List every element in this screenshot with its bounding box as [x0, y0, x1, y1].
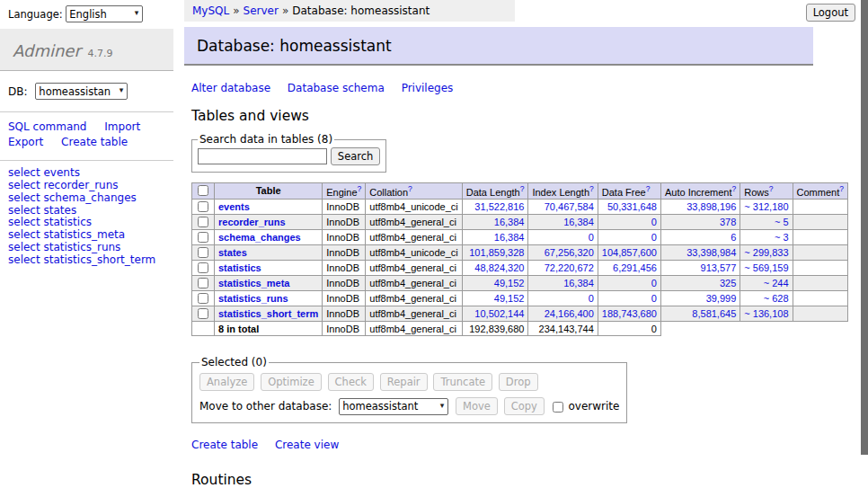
rows-link[interactable]: ~ 299,833: [744, 247, 788, 258]
select-link[interactable]: select: [8, 166, 40, 179]
data-length-link[interactable]: 10,502,144: [474, 308, 524, 319]
help-link[interactable]: ?: [732, 184, 737, 193]
index-length-link[interactable]: 72,220,672: [545, 262, 594, 273]
table-link[interactable]: events: [218, 201, 250, 212]
rows-link[interactable]: ~ 628: [764, 293, 789, 304]
logout-button[interactable]: Logout: [806, 4, 855, 22]
overwrite-checkbox[interactable]: [553, 402, 563, 413]
row-checkbox[interactable]: [198, 232, 208, 243]
rows-link[interactable]: ~ 3: [775, 232, 789, 243]
row-checkbox[interactable]: [198, 247, 208, 258]
auto-increment-link[interactable]: 6: [731, 232, 736, 243]
optimize-button[interactable]: Optimize: [261, 373, 322, 391]
table-structure-link[interactable]: schema_changes: [43, 191, 136, 204]
privileges-link[interactable]: Privileges: [402, 82, 454, 94]
move-database-select[interactable]: homeassistant: [339, 398, 448, 415]
truncate-button[interactable]: Truncate: [433, 373, 492, 391]
database-schema-link[interactable]: Database schema: [288, 82, 385, 94]
overwrite-label[interactable]: overwrite: [568, 400, 619, 413]
auto-increment-link[interactable]: 913,577: [701, 262, 737, 273]
data-length-link[interactable]: 16,384: [494, 232, 525, 243]
select-link[interactable]: select: [8, 179, 40, 191]
search-button[interactable]: Search: [331, 147, 381, 165]
rows-link[interactable]: ~ 136,108: [744, 308, 788, 319]
auto-increment-link[interactable]: 8,581,645: [692, 308, 736, 319]
help-link[interactable]: ?: [769, 184, 774, 193]
row-checkbox[interactable]: [198, 308, 208, 319]
help-link[interactable]: ?: [589, 184, 594, 193]
breadcrumb-link-server[interactable]: Server: [244, 4, 279, 17]
index-length-link[interactable]: 24,166,400: [545, 308, 594, 319]
auto-increment-link[interactable]: 325: [720, 278, 736, 288]
data-free-link[interactable]: 0: [651, 293, 657, 304]
table-link[interactable]: statistics_runs: [218, 293, 288, 304]
table-link[interactable]: states: [218, 247, 247, 258]
move-button[interactable]: Move: [456, 397, 498, 415]
create-table-link[interactable]: Create table: [191, 439, 258, 451]
row-checkbox[interactable]: [198, 293, 208, 304]
table-structure-link[interactable]: statistics: [43, 216, 92, 228]
sidebar-link-import[interactable]: Import: [104, 120, 140, 133]
data-length-link[interactable]: 101,859,328: [469, 247, 524, 258]
table-structure-link[interactable]: statistics_short_term: [43, 253, 155, 266]
rows-link[interactable]: ~ 244: [764, 278, 789, 288]
drop-button[interactable]: Drop: [499, 373, 538, 391]
copy-button[interactable]: Copy: [504, 397, 545, 415]
row-checkbox[interactable]: [198, 217, 208, 227]
data-length-link[interactable]: 16,384: [494, 217, 525, 227]
select-link[interactable]: select: [8, 228, 40, 241]
table-structure-link[interactable]: recorder_runs: [43, 179, 118, 191]
select-link[interactable]: select: [8, 204, 40, 217]
help-link[interactable]: ?: [520, 184, 525, 193]
select-all-checkbox[interactable]: [198, 185, 208, 196]
data-length-link[interactable]: 49,152: [494, 278, 525, 288]
analyze-button[interactable]: Analyze: [199, 373, 254, 391]
table-link[interactable]: statistics_meta: [218, 278, 290, 288]
rows-link[interactable]: ~ 569,159: [744, 262, 788, 273]
db-select[interactable]: homeassistant: [35, 83, 128, 100]
sidebar-link-sql-command[interactable]: SQL command: [8, 120, 86, 133]
auto-increment-link[interactable]: 33,898,196: [686, 201, 736, 212]
index-length-link[interactable]: 0: [589, 293, 594, 304]
help-link[interactable]: ?: [646, 184, 651, 193]
auto-increment-link[interactable]: 39,999: [706, 293, 737, 304]
search-input[interactable]: [198, 148, 327, 164]
select-link[interactable]: select: [8, 191, 40, 204]
auto-increment-link[interactable]: 33,398,984: [686, 247, 736, 258]
index-length-link[interactable]: 70,467,584: [545, 201, 594, 212]
vertical-scrollbar[interactable]: [861, 0, 868, 455]
data-free-link[interactable]: 0: [651, 278, 657, 288]
data-length-link[interactable]: 48,824,320: [474, 262, 524, 273]
data-free-link[interactable]: 188,743,680: [602, 308, 657, 319]
select-link[interactable]: select: [8, 253, 40, 266]
language-select[interactable]: English: [66, 5, 143, 22]
help-link[interactable]: ?: [358, 184, 362, 193]
sidebar-link-export[interactable]: Export: [8, 136, 43, 148]
data-free-link[interactable]: 104,857,600: [602, 247, 657, 258]
table-link[interactable]: recorder_runs: [218, 217, 286, 227]
data-length-link[interactable]: 49,152: [494, 293, 525, 304]
select-link[interactable]: select: [8, 241, 40, 253]
index-length-link[interactable]: 16,384: [563, 278, 594, 288]
table-link[interactable]: schema_changes: [218, 232, 301, 243]
help-link[interactable]: ?: [839, 184, 844, 193]
table-structure-link[interactable]: states: [43, 204, 76, 217]
data-free-link[interactable]: 50,331,648: [607, 201, 657, 212]
table-structure-link[interactable]: statistics_meta: [43, 228, 125, 241]
repair-button[interactable]: Repair: [380, 373, 428, 391]
rows-link[interactable]: ~ 5: [775, 217, 789, 227]
index-length-link[interactable]: 67,256,320: [545, 247, 594, 258]
select-link[interactable]: select: [8, 216, 40, 228]
table-structure-link[interactable]: statistics_runs: [43, 241, 120, 253]
data-free-link[interactable]: 6,291,456: [613, 262, 657, 273]
alter-database-link[interactable]: Alter database: [191, 82, 270, 94]
data-free-link[interactable]: 0: [651, 232, 657, 243]
index-length-link[interactable]: 16,384: [563, 217, 594, 227]
row-checkbox[interactable]: [198, 278, 208, 288]
row-checkbox[interactable]: [198, 262, 208, 273]
table-link[interactable]: statistics: [218, 262, 261, 273]
table-link[interactable]: statistics_short_term: [218, 308, 318, 319]
table-structure-link[interactable]: events: [43, 166, 79, 179]
auto-increment-link[interactable]: 378: [720, 217, 736, 227]
row-checkbox[interactable]: [198, 201, 208, 212]
